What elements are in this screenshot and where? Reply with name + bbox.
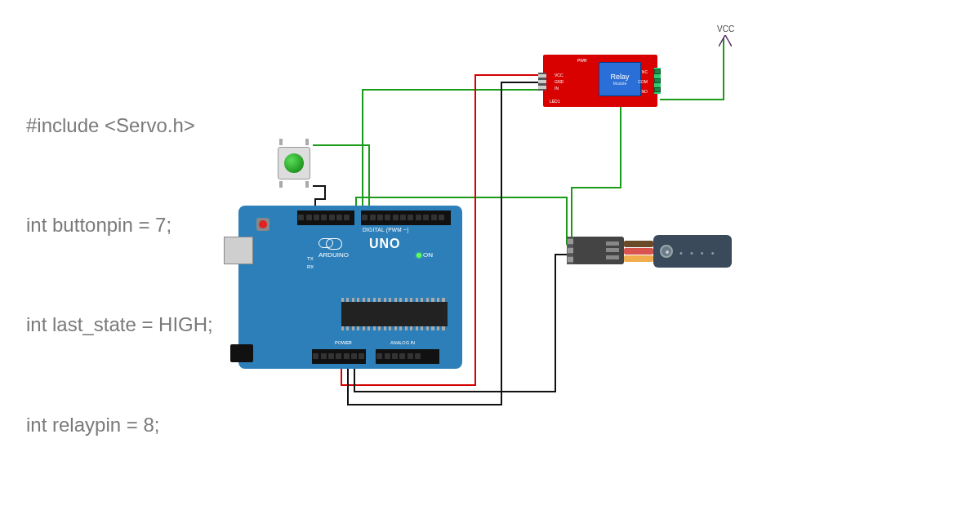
circuit-canvas[interactable]: UNO ARDUINO DIGITAL (PWM ~) POWER ANALOG… (0, 0, 980, 514)
relay-pwr-label: PWR (577, 58, 587, 63)
push-button-component[interactable] (274, 143, 314, 184)
relay-in-label: IN (555, 86, 559, 91)
servo-connector-body[interactable] (573, 237, 624, 264)
arduino-uno-board[interactable]: UNO ARDUINO DIGITAL (PWM ~) POWER ANALOG… (238, 206, 462, 369)
analog-header[interactable] (376, 349, 439, 364)
servo-motor[interactable]: • • • • (653, 235, 732, 268)
vcc-label: VCC (717, 24, 734, 33)
relay-led1-label: LED1 (550, 99, 560, 104)
usb-port (224, 237, 253, 264)
relay-input-pins[interactable] (538, 73, 546, 91)
brand-label: ARDUINO (318, 251, 349, 259)
digital-section-label: DIGITAL (PWM ~) (363, 227, 409, 233)
power-header[interactable] (312, 349, 366, 364)
relay-title: Relay (610, 73, 629, 81)
servo-wire-harness (624, 240, 653, 263)
relay-no-label: NO (642, 89, 648, 94)
servo-horn-icon (660, 245, 673, 258)
board-model-label: UNO (369, 237, 401, 251)
relay-gnd-label: GND (555, 79, 564, 84)
relay-output-terminal[interactable] (654, 68, 661, 94)
power-section-label: POWER (335, 340, 352, 345)
atmega-chip (341, 302, 448, 326)
relay-cube: Relay Module (599, 62, 641, 96)
relay-com-label: COM (638, 79, 648, 84)
button-leg[interactable] (305, 139, 309, 145)
wiring-layer (0, 0, 980, 514)
button-cap[interactable] (284, 153, 304, 173)
button-leg[interactable] (305, 181, 309, 188)
relay-vcc-label: VCC (555, 73, 564, 78)
vcc-supply-symbol: VCC (717, 24, 733, 47)
analog-section-label: ANALOG IN (390, 340, 415, 345)
relay-subtitle: Module (613, 81, 626, 86)
relay-nc-label: NC (642, 69, 648, 74)
digital-header-right[interactable] (361, 210, 451, 225)
relay-module[interactable]: Relay Module PWR VCC GND IN LED1 NC COM … (543, 55, 657, 107)
button-leg[interactable] (279, 181, 283, 188)
servo-texture: • • • • (679, 248, 717, 258)
digital-header-left[interactable] (297, 210, 354, 225)
power-led-icon (416, 253, 421, 258)
arduino-logo (318, 238, 333, 248)
tx-rx-labels: TX RX (307, 255, 314, 271)
button-leg[interactable] (279, 139, 283, 145)
power-jack (230, 344, 253, 362)
on-label: ON (423, 251, 433, 259)
reset-button[interactable] (256, 218, 270, 231)
